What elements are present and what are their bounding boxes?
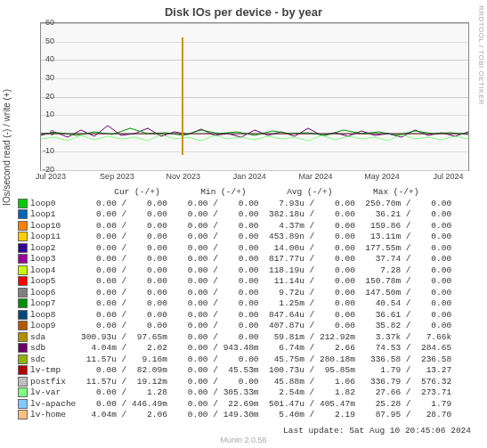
legend-row: sdc 11.57u / 9.16m 0.00 / 0.00 45.75m / … bbox=[18, 354, 451, 366]
legend-text: loop5 0.00 / 0.00 0.00 / 0.00 11.14u / 0… bbox=[30, 276, 451, 286]
legend-text: lv-home 4.04m / 2.06 0.00 / 149.30m 5.40… bbox=[30, 410, 451, 419]
legend-swatch bbox=[18, 298, 28, 308]
legend-row: loop9 0.00 / 0.00 0.00 / 0.00 407.87u / … bbox=[18, 321, 451, 332]
legend-row: loop1 0.00 / 0.00 0.00 / 0.00 382.18u / … bbox=[18, 209, 451, 221]
legend-header: Cur (-/+) Min (-/+) Avg (-/+) Max (-/+) bbox=[18, 187, 451, 199]
legend-text: lv-var 0.00 / 1.28 0.00 / 305.33m 2.54m … bbox=[30, 387, 451, 397]
legend-row: loop6 0.00 / 0.00 0.00 / 0.00 9.72u / 0.… bbox=[18, 288, 451, 299]
x-tick: Sep 2023 bbox=[100, 172, 134, 181]
legend-text: loop11 0.00 / 0.00 0.00 / 0.00 453.89n /… bbox=[30, 232, 451, 241]
legend-swatch bbox=[18, 199, 28, 208]
legend-text: loop2 0.00 / 0.00 0.00 / 0.00 14.00u / 0… bbox=[30, 243, 451, 253]
legend-row: postfix 11.57u / 19.12m 0.00 / 0.00 45.8… bbox=[18, 377, 451, 388]
legend-text: loop6 0.00 / 0.00 0.00 / 0.00 9.72u / 0.… bbox=[30, 288, 451, 297]
legend-table: Cur (-/+) Min (-/+) Avg (-/+) Max (-/+) … bbox=[18, 187, 451, 421]
gridline bbox=[41, 170, 468, 171]
y-tick: 0 bbox=[28, 128, 54, 137]
legend-text: loop8 0.00 / 0.00 0.00 / 0.00 847.64u / … bbox=[30, 310, 451, 320]
legend-swatch bbox=[18, 321, 28, 330]
legend-text: lv-tmp 0.00 / 82.09m 0.00 / 45.53m 100.7… bbox=[30, 365, 451, 375]
legend-row: loop8 0.00 / 0.00 0.00 / 0.00 847.64u / … bbox=[18, 310, 451, 322]
y-tick: 50 bbox=[28, 37, 54, 45]
data-lines bbox=[41, 23, 468, 170]
legend-swatch bbox=[18, 265, 28, 275]
legend-text: loop3 0.00 / 0.00 0.00 / 0.00 817.77u / … bbox=[30, 254, 451, 264]
last-update: Last update: Sat Aug 10 20:45:06 2024 bbox=[283, 426, 471, 436]
legend-row: lv-var 0.00 / 1.28 0.00 / 305.33m 2.54m … bbox=[18, 387, 451, 399]
watermark: RRDTOOL / TOBI OETIKER bbox=[477, 5, 485, 105]
legend-text: sda 300.93u / 97.65m 0.00 / 0.00 59.81m … bbox=[30, 332, 451, 342]
legend-row: lv-home 4.04m / 2.06 0.00 / 149.30m 5.40… bbox=[18, 410, 451, 421]
legend-swatch bbox=[18, 343, 28, 353]
chart-container: RRDTOOL / TOBI OETIKER IOs/second read (… bbox=[0, 0, 487, 448]
legend-row: lv-tmp 0.00 / 82.09m 0.00 / 45.53m 100.7… bbox=[18, 365, 451, 377]
legend-row: loop0 0.00 / 0.00 0.00 / 0.00 7.93u / 0.… bbox=[18, 199, 451, 210]
y-tick: 30 bbox=[28, 73, 54, 82]
legend-text: loop0 0.00 / 0.00 0.00 / 0.00 7.93u / 0.… bbox=[30, 199, 451, 208]
legend-row: lv-apache 0.00 / 446.49m 0.00 / 22.69m 5… bbox=[18, 399, 451, 411]
legend-row: loop11 0.00 / 0.00 0.00 / 0.00 453.89n /… bbox=[18, 232, 451, 243]
plot-area bbox=[40, 22, 469, 171]
legend-swatch bbox=[18, 399, 28, 409]
x-tick: May 2024 bbox=[364, 172, 400, 181]
y-tick: 40 bbox=[28, 54, 54, 63]
legend-row: loop5 0.00 / 0.00 0.00 / 0.00 11.14u / 0… bbox=[18, 276, 451, 288]
footer: Munin 2.0.56 bbox=[0, 436, 487, 444]
legend-swatch bbox=[18, 221, 28, 231]
y-axis-label: IOs/second read (-) / write (+) bbox=[2, 89, 12, 206]
x-tick: Nov 2023 bbox=[166, 172, 201, 181]
legend-row: loop3 0.00 / 0.00 0.00 / 0.00 817.77u / … bbox=[18, 254, 451, 265]
y-tick: 20 bbox=[28, 92, 54, 101]
legend-swatch bbox=[18, 410, 28, 419]
legend-text: postfix 11.57u / 19.12m 0.00 / 0.00 45.8… bbox=[30, 377, 451, 387]
legend-text: loop1 0.00 / 0.00 0.00 / 0.00 382.18u / … bbox=[30, 209, 451, 219]
legend-swatch bbox=[18, 387, 28, 397]
y-tick: 10 bbox=[28, 110, 54, 118]
legend-row: loop10 0.00 / 0.00 0.00 / 0.00 4.37m / 0… bbox=[18, 221, 451, 232]
legend-row: loop4 0.00 / 0.00 0.00 / 0.00 118.19u / … bbox=[18, 265, 451, 277]
legend-text: lv-apache 0.00 / 446.49m 0.00 / 22.69m 5… bbox=[30, 399, 451, 409]
legend-text: loop9 0.00 / 0.00 0.00 / 0.00 407.87u / … bbox=[30, 321, 451, 330]
legend-row: sda 300.93u / 97.65m 0.00 / 0.00 59.81m … bbox=[18, 332, 451, 344]
x-tick: Jul 2023 bbox=[36, 172, 66, 181]
legend-text: sdc 11.57u / 9.16m 0.00 / 0.00 45.75m / … bbox=[30, 354, 451, 364]
legend-row: loop2 0.00 / 0.00 0.00 / 0.00 14.00u / 0… bbox=[18, 243, 451, 255]
legend-swatch bbox=[18, 365, 28, 375]
legend-swatch bbox=[18, 354, 28, 364]
x-tick: Jan 2024 bbox=[233, 172, 266, 181]
legend-text: loop4 0.00 / 0.00 0.00 / 0.00 118.19u / … bbox=[30, 265, 451, 275]
legend-swatch bbox=[18, 310, 28, 320]
legend-swatch bbox=[18, 254, 28, 264]
x-tick: Jul 2024 bbox=[433, 172, 463, 181]
legend-swatch bbox=[18, 209, 28, 219]
chart-title: Disk IOs per device - by year bbox=[0, 0, 487, 19]
y-tick: -10 bbox=[28, 146, 54, 155]
legend-text: loop7 0.00 / 0.00 0.00 / 0.00 1.25m / 0.… bbox=[30, 298, 451, 308]
legend-swatch bbox=[18, 377, 28, 387]
legend-swatch bbox=[18, 288, 28, 297]
legend-row: loop7 0.00 / 0.00 0.00 / 0.00 1.25m / 0.… bbox=[18, 298, 451, 310]
legend-text: sdb 4.04m / 2.02 0.00 / 943.48m 6.74m / … bbox=[30, 343, 451, 353]
legend-swatch bbox=[18, 232, 28, 241]
y-tick: 60 bbox=[28, 18, 54, 27]
legend-swatch bbox=[18, 243, 28, 253]
legend-swatch bbox=[18, 332, 28, 342]
legend-row: sdb 4.04m / 2.02 0.00 / 943.48m 6.74m / … bbox=[18, 343, 451, 354]
x-tick: Mar 2024 bbox=[299, 172, 333, 181]
legend-swatch bbox=[18, 276, 28, 286]
legend-text: loop10 0.00 / 0.00 0.00 / 0.00 4.37m / 0… bbox=[30, 221, 451, 231]
